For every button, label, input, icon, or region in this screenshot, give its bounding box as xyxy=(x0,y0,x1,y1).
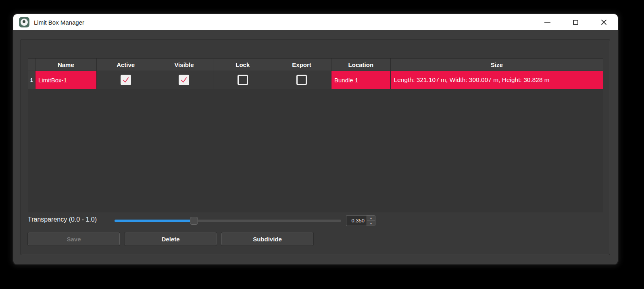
lock-checkbox[interactable] xyxy=(238,75,248,85)
maximize-button[interactable] xyxy=(561,14,590,30)
slider-handle[interactable] xyxy=(190,217,198,225)
corner-header-cell[interactable] xyxy=(28,59,35,71)
export-cell xyxy=(272,71,331,89)
location-cell[interactable]: Bundle 1 xyxy=(331,71,390,89)
app-icon-dot xyxy=(23,20,25,23)
transparency-value[interactable]: 0.350 xyxy=(346,216,367,226)
main-panel: Name Active Visible Lock Export Location… xyxy=(20,39,610,255)
close-button[interactable] xyxy=(590,14,618,30)
spin-arrows: ▲ ▼ xyxy=(367,216,375,226)
limit-box-manager-window: Limit Box Manager Name Activ xyxy=(13,14,618,264)
transparency-spinbox[interactable]: 0.350 ▲ ▼ xyxy=(346,215,375,226)
visible-cell xyxy=(155,71,213,89)
limit-box-table[interactable]: Name Active Visible Lock Export Location… xyxy=(28,58,603,212)
titlebar: Limit Box Manager xyxy=(13,14,618,30)
active-cell xyxy=(96,71,155,89)
minimize-icon xyxy=(544,22,550,23)
close-icon xyxy=(601,19,607,25)
column-header-export[interactable]: Export xyxy=(272,59,331,71)
subdivide-button[interactable]: Subdivide xyxy=(221,232,313,245)
app-icon xyxy=(19,17,29,27)
transparency-slider[interactable] xyxy=(115,217,341,225)
delete-button[interactable]: Delete xyxy=(125,232,217,245)
window-controls xyxy=(533,14,618,30)
lock-cell xyxy=(213,71,272,89)
spin-down-icon: ▼ xyxy=(370,222,373,225)
maximize-icon xyxy=(573,20,578,25)
slider-fill xyxy=(115,220,194,222)
export-checkbox[interactable] xyxy=(296,75,307,85)
name-cell[interactable]: LimitBox-1 xyxy=(35,71,96,89)
column-header-location[interactable]: Location xyxy=(331,59,390,71)
checkmark-icon xyxy=(180,75,188,84)
table-row[interactable]: 1 LimitBox-1 xyxy=(28,71,603,89)
spin-up-button[interactable]: ▲ xyxy=(367,216,375,220)
spin-up-icon: ▲ xyxy=(370,217,373,220)
active-checkbox[interactable] xyxy=(121,75,131,85)
slider-track[interactable] xyxy=(115,220,341,222)
screenshot-stage: Limit Box Manager Name Activ xyxy=(0,0,644,289)
column-header-visible[interactable]: Visible xyxy=(155,59,213,71)
size-cell[interactable]: Length: 321.107 m, Width: 300.007 m, Hei… xyxy=(390,71,603,89)
column-header-name[interactable]: Name xyxy=(35,59,96,71)
visible-checkbox[interactable] xyxy=(179,75,189,85)
column-header-size[interactable]: Size xyxy=(390,59,603,71)
window-title: Limit Box Manager xyxy=(34,19,84,26)
column-header-lock[interactable]: Lock xyxy=(213,59,272,71)
spin-down-button[interactable]: ▼ xyxy=(367,220,375,226)
table-header-row: Name Active Visible Lock Export Location… xyxy=(28,59,603,71)
checkmark-icon xyxy=(122,75,130,84)
minimize-button[interactable] xyxy=(533,14,561,30)
column-header-active[interactable]: Active xyxy=(96,59,155,71)
transparency-label: Transparency (0.0 - 1.0) xyxy=(28,216,97,223)
row-number-header[interactable]: 1 xyxy=(28,71,35,89)
save-button[interactable]: Save xyxy=(28,232,120,245)
